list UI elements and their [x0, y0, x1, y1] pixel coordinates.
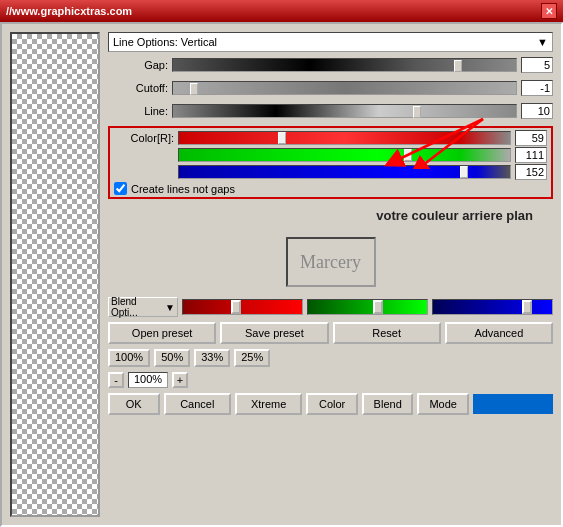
line-options-dropdown[interactable]: Line Options: Vertical ▼: [108, 32, 553, 52]
xtreme-button[interactable]: Xtreme: [235, 393, 302, 415]
save-preset-button[interactable]: Save preset: [220, 322, 328, 344]
percent-row: 100% 50% 33% 25%: [108, 349, 553, 367]
open-preset-button[interactable]: Open preset: [108, 322, 216, 344]
dropdown-arrow-icon: ▼: [537, 36, 548, 48]
line-options-label: Line Options: Vertical: [113, 36, 217, 48]
blend-dropdown[interactable]: Blend Opti... ▼: [108, 297, 178, 317]
cutoff-slider[interactable]: [172, 81, 517, 95]
advanced-button[interactable]: Advanced: [445, 322, 553, 344]
color-label: Color[R]:: [114, 132, 174, 144]
ok-button[interactable]: OK: [108, 393, 160, 415]
create-lines-checkbox[interactable]: [114, 182, 127, 195]
title-bar-url: //www.graphicxtras.com: [6, 5, 132, 17]
blue-color-swatch: [473, 394, 553, 414]
zoom-input[interactable]: 100%: [128, 372, 168, 388]
color-button[interactable]: Color: [306, 393, 358, 415]
line-options-row: Line Options: Vertical ▼: [108, 32, 553, 52]
gap-label: Gap:: [108, 59, 168, 71]
close-button[interactable]: ✕: [541, 3, 557, 19]
blend-red-slider[interactable]: [182, 299, 303, 315]
gap-slider-row: Gap: 5: [108, 57, 553, 73]
zoom-plus-button[interactable]: +: [172, 372, 188, 388]
svg-line-2: [418, 119, 483, 169]
percent-33-button[interactable]: 33%: [194, 349, 230, 367]
reset-button[interactable]: Reset: [333, 322, 441, 344]
dialog: Line Options: Vertical ▼ Gap: 5 Cutoff: …: [0, 22, 563, 527]
cutoff-value[interactable]: -1: [521, 80, 553, 96]
annotation-area: votre couleur arriere plan: [108, 204, 533, 227]
preset-buttons-row: Open preset Save preset Reset Advanced: [108, 322, 553, 344]
annotation-text: votre couleur arriere plan: [376, 208, 533, 223]
cutoff-slider-row: Cutoff: -1: [108, 80, 553, 96]
title-bar: //www.graphicxtras.com ✕: [0, 0, 563, 22]
mode-button[interactable]: Mode: [417, 393, 469, 415]
blend-button[interactable]: Blend: [362, 393, 414, 415]
preview-watermark: Marcery: [300, 252, 361, 273]
arrows-svg: [363, 114, 543, 169]
blend-blue-slider[interactable]: [432, 299, 553, 315]
create-lines-label: Create lines not gaps: [131, 183, 235, 195]
canvas-preview: [10, 32, 100, 517]
svg-line-1: [393, 119, 483, 162]
checkbox-row: Create lines not gaps: [114, 182, 547, 195]
bottom-buttons-row: OK Cancel Xtreme Color Blend Mode: [108, 393, 553, 415]
blend-arrow-icon: ▼: [165, 302, 175, 313]
percent-25-button[interactable]: 25%: [234, 349, 270, 367]
cancel-button[interactable]: Cancel: [164, 393, 231, 415]
zoom-row: - 100% +: [108, 372, 553, 388]
gap-slider[interactable]: [172, 58, 517, 72]
cutoff-label: Cutoff:: [108, 82, 168, 94]
preview-area: Marcery: [108, 232, 553, 292]
line-label: Line:: [108, 105, 168, 117]
blend-row: Blend Opti... ▼: [108, 297, 553, 317]
blend-green-slider[interactable]: [307, 299, 428, 315]
blend-label: Blend Opti...: [111, 296, 165, 318]
gap-value[interactable]: 5: [521, 57, 553, 73]
percent-50-button[interactable]: 50%: [154, 349, 190, 367]
zoom-minus-button[interactable]: -: [108, 372, 124, 388]
percent-100-button[interactable]: 100%: [108, 349, 150, 367]
right-panel: Line Options: Vertical ▼ Gap: 5 Cutoff: …: [108, 32, 553, 517]
preview-box: Marcery: [286, 237, 376, 287]
